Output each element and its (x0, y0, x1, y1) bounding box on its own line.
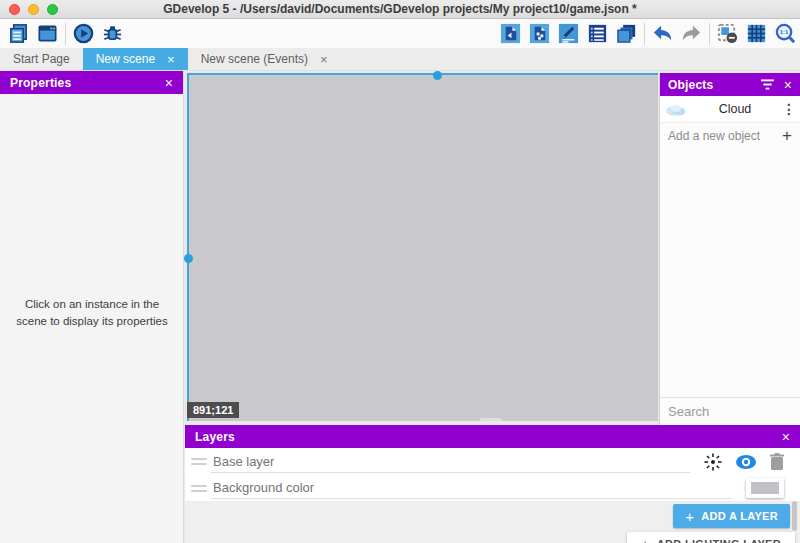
toolbar-separator (644, 23, 645, 45)
tab-close-icon[interactable]: × (320, 53, 328, 66)
layer-name-field[interactable]: Base layer (211, 451, 690, 473)
plus-icon: + (685, 508, 694, 525)
instances-list-icon (586, 22, 609, 45)
add-layer-label: ADD A LAYER (701, 510, 778, 522)
drag-handle-icon[interactable] (191, 458, 207, 465)
layer-row-background: Background color (185, 475, 800, 501)
color-swatch-preview (751, 482, 779, 494)
project-manager-icon (7, 22, 30, 45)
objects-panel: Objects × Cloud ⋮ Add a ne (659, 73, 800, 425)
open-instances-list-button[interactable] (583, 20, 612, 47)
properties-panel-header: Properties × (0, 71, 183, 94)
object-groups-icon (528, 22, 551, 45)
selection-handle-top[interactable] (433, 71, 442, 80)
toolbar-separator (65, 23, 66, 45)
open-objects-editor-button[interactable] (496, 20, 525, 47)
toggle-mask-button[interactable] (713, 20, 742, 47)
add-layer-button[interactable]: + ADD A LAYER (673, 504, 790, 528)
debug-button[interactable] (98, 20, 127, 47)
zoom-reset-button[interactable]: 1:1 (771, 20, 800, 47)
redo-button[interactable] (677, 20, 706, 47)
search-input[interactable] (668, 404, 800, 419)
close-window-button[interactable] (9, 4, 20, 15)
drag-handle-icon[interactable] (191, 485, 207, 492)
effects-icon[interactable] (704, 453, 722, 471)
selection-edge-top (187, 73, 658, 75)
svg-text:1:1: 1:1 (780, 29, 789, 35)
tab-new-scene[interactable]: New scene × (83, 48, 188, 70)
play-icon (72, 22, 95, 45)
tab-start-page[interactable]: Start Page (0, 48, 83, 70)
tab-label: New scene (Events) (201, 52, 308, 66)
trash-icon[interactable] (770, 453, 784, 470)
objects-panel-header: Objects × (660, 73, 800, 96)
layers-vertical-scrollbar[interactable] (792, 501, 797, 531)
properties-empty-message: Click on an instance in the scene to dis… (12, 296, 172, 331)
project-manager-button[interactable] (4, 20, 33, 47)
scene-canvas[interactable]: 891;121 (187, 73, 658, 421)
layers-panel-header: Layers × (185, 425, 800, 448)
layer-actions (704, 453, 784, 471)
window-icon (36, 22, 59, 45)
cursor-coordinates-badge: 891;121 (187, 402, 239, 418)
close-icon[interactable]: × (782, 430, 790, 444)
objects-search-bar (660, 397, 800, 425)
plus-icon: + (641, 536, 650, 543)
bug-icon (101, 22, 124, 45)
undo-icon (651, 22, 674, 45)
add-object-label: Add a new object (668, 129, 782, 143)
filter-icon (761, 79, 774, 90)
redo-icon (680, 22, 703, 45)
grid-icon (745, 22, 768, 45)
filter-button[interactable] (761, 79, 774, 90)
tab-label: Start Page (13, 52, 70, 66)
properties-panel-title: Properties (10, 76, 165, 90)
window-title: GDevelop 5 - /Users/david/Documents/GDev… (0, 2, 800, 16)
layers-footer: + ADD A LAYER + ADD LIGHTING LAYER (185, 501, 800, 543)
layers-icon (615, 22, 638, 45)
properties-panel: Properties × Click on an instance in the… (0, 71, 184, 543)
titlebar: GDevelop 5 - /Users/david/Documents/GDev… (0, 0, 800, 19)
start-page-button[interactable] (33, 20, 62, 47)
cloud-icon (665, 103, 687, 116)
edit-scene-properties-button[interactable] (554, 20, 583, 47)
undo-button[interactable] (648, 20, 677, 47)
object-row-cloud[interactable]: Cloud ⋮ (660, 96, 800, 123)
toolbar-right-group: 1:1 (496, 19, 800, 48)
layer-name-field[interactable]: Background color (211, 477, 732, 499)
visibility-eye-icon[interactable] (735, 454, 757, 470)
object-overflow-menu-icon[interactable]: ⋮ (778, 101, 800, 117)
close-icon[interactable]: × (784, 78, 792, 92)
objects-editor-icon (499, 22, 522, 45)
tab-new-scene-events[interactable]: New scene (Events) × (188, 48, 341, 70)
tab-close-icon[interactable]: × (167, 53, 175, 66)
layers-panel-title: Layers (195, 430, 782, 444)
window-mask-icon (716, 22, 739, 45)
object-name: Cloud (692, 102, 778, 116)
pencil-icon (557, 22, 580, 45)
open-object-groups-editor-button[interactable] (525, 20, 554, 47)
open-layers-editor-button[interactable] (612, 20, 641, 47)
minimize-window-button[interactable] (28, 4, 39, 15)
selection-edge-left (187, 73, 189, 421)
gdevelop-window: GDevelop 5 - /Users/david/Documents/GDev… (0, 0, 800, 543)
tab-bar: Start Page New scene × New scene (Events… (0, 48, 800, 71)
tab-label: New scene (96, 52, 155, 66)
fullscreen-window-button[interactable] (47, 4, 58, 15)
canvas-horizontal-scrollbar[interactable] (480, 418, 502, 421)
layer-row-base: Base layer (185, 448, 800, 475)
add-object-button[interactable]: Add a new object + (660, 123, 800, 148)
launch-preview-button[interactable] (69, 20, 98, 47)
background-color-swatch[interactable] (746, 478, 784, 498)
close-icon[interactable]: × (165, 76, 173, 90)
cloud-object-thumbnail (660, 103, 692, 116)
add-lighting-layer-button[interactable]: + ADD LIGHTING LAYER (627, 532, 795, 543)
traffic-lights (9, 4, 58, 15)
toolbar-separator (709, 23, 710, 45)
objects-panel-title: Objects (668, 78, 761, 92)
add-lighting-layer-label: ADD LIGHTING LAYER (657, 538, 781, 543)
toggle-grid-button[interactable] (742, 20, 771, 47)
layers-panel: Layers × Base layer (185, 425, 800, 543)
selection-handle-left[interactable] (184, 254, 193, 263)
plus-icon: + (782, 126, 792, 146)
